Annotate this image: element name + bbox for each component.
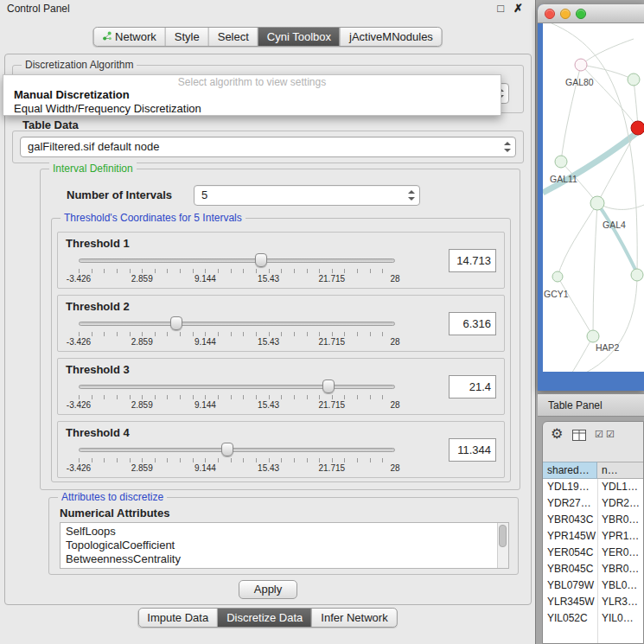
- dropdown-option-equal-width-frequency[interactable]: Equal Width/Frequency Discretization: [3, 102, 501, 116]
- column-divider: [597, 479, 598, 643]
- apply-button[interactable]: Apply: [239, 580, 297, 599]
- slider-track[interactable]: [79, 258, 395, 263]
- float-window-icon[interactable]: □: [497, 2, 504, 15]
- scrollbar-thumb[interactable]: [499, 525, 507, 547]
- threshold-panel-2: Threshold 2 -3.4262.8599.14415.4321.7152…: [57, 295, 505, 352]
- threshold-panel-4: Threshold 4 -3.4262.8599.14415.4321.7152…: [57, 421, 505, 478]
- slider-scale: -3.4262.8599.14415.4321.71528: [79, 463, 395, 474]
- table-row[interactable]: YDR27…YDR2…: [543, 495, 643, 512]
- network-node-label: GAL4: [603, 220, 626, 230]
- slider-thumb[interactable]: [221, 443, 233, 456]
- tab-discretize-data[interactable]: Discretize Data: [218, 609, 312, 627]
- dropdown-option-manual-discretization[interactable]: Manual Discretization: [3, 88, 501, 102]
- tab-style[interactable]: Style: [166, 28, 209, 46]
- network-node[interactable]: [552, 271, 563, 282]
- tab-impute-data[interactable]: Impute Data: [138, 609, 218, 627]
- top-tab-bar: Network Style Select Cyni Toolbox jActiv…: [92, 27, 443, 47]
- threshold-value-field[interactable]: 11.344: [449, 438, 496, 462]
- threshold-slider[interactable]: [79, 253, 395, 267]
- network-node-label: GCY1: [544, 289, 569, 299]
- table-row[interactable]: YDL19…YDL1…: [543, 479, 643, 495]
- tab-jactivemnodules[interactable]: jActiveMNodules: [341, 28, 442, 46]
- network-icon: [102, 30, 112, 43]
- threshold-value-field[interactable]: 6.316: [449, 312, 496, 335]
- number-of-intervals-combobox[interactable]: 5: [194, 185, 420, 206]
- network-node[interactable]: [631, 269, 643, 281]
- slider-scale: -3.4262.8599.14415.4321.71528: [79, 400, 395, 411]
- list-item[interactable]: SelfLoops: [61, 525, 508, 539]
- slider-track[interactable]: [79, 448, 395, 452]
- slider-track[interactable]: [79, 322, 395, 326]
- table-row[interactable]: YBL079WYBL0…: [543, 577, 643, 594]
- mac-close-button[interactable]: [545, 9, 555, 19]
- threshold-slider[interactable]: [79, 443, 395, 456]
- network-edge: [552, 23, 637, 275]
- network-view-window: GAL80 GAL11 GAL4 GCY1 HAP2: [538, 4, 644, 391]
- threshold-panel-1: Threshold 1 -3.4262.8599.14415.4321.7152…: [57, 232, 505, 289]
- threshold-value-field[interactable]: 21.4: [449, 375, 496, 399]
- network-node[interactable]: [587, 330, 599, 342]
- control-panel-window: Control Panel □ ✗ Network Style Select C…: [0, 0, 536, 644]
- table-row[interactable]: YPR145WYPR1…: [543, 528, 643, 545]
- column-header-name[interactable]: n…: [597, 462, 643, 479]
- table-row[interactable]: YBR043CYBR0…: [543, 512, 643, 528]
- threshold-slider[interactable]: [79, 379, 395, 393]
- tab-label: Style: [175, 30, 200, 43]
- slider-thumb[interactable]: [170, 316, 182, 330]
- close-window-icon[interactable]: ✗: [513, 2, 523, 15]
- network-node[interactable]: [628, 73, 640, 86]
- threshold-panel-3: Threshold 3 -3.4262.8599.14415.4321.7152…: [57, 358, 505, 415]
- tab-network[interactable]: Network: [93, 28, 166, 46]
- table-data-label: Table Data: [22, 118, 79, 131]
- network-node[interactable]: [575, 59, 587, 71]
- network-edge: [597, 128, 638, 203]
- network-edge: [558, 203, 597, 277]
- list-item[interactable]: BetweennessCentrality: [61, 552, 508, 566]
- table-row[interactable]: YER054CYER0…: [543, 545, 643, 561]
- network-node-label: GAL11: [550, 174, 577, 184]
- table-body[interactable]: YDL19…YDL1… YDR27…YDR2… YBR043CYBR0… YPR…: [543, 479, 643, 643]
- tab-infer-network[interactable]: Infer Network: [312, 609, 396, 627]
- mac-zoom-button[interactable]: [576, 9, 586, 19]
- threshold-label: Threshold 4: [66, 426, 130, 439]
- table-row[interactable]: YLR345WYLR3…: [543, 594, 643, 610]
- network-edge: [581, 65, 638, 128]
- slider-thumb[interactable]: [255, 253, 267, 267]
- network-node[interactable]: [590, 196, 604, 210]
- slider-thumb[interactable]: [322, 379, 335, 393]
- table-panel-title: Table Panel: [548, 399, 603, 411]
- columns-icon[interactable]: [572, 429, 586, 444]
- interval-definition-group: Interval Definition Number of Intervals …: [40, 169, 520, 490]
- tab-label: jActiveMNodules: [349, 30, 433, 43]
- threshold-label: Threshold 2: [66, 300, 130, 313]
- table-row[interactable]: YIL052CYIL0…: [543, 610, 643, 627]
- attributes-to-discretize-group: Attributes to discretize Numerical Attri…: [48, 497, 519, 575]
- table-data-combobox[interactable]: galFiltered.sif default node: [20, 137, 516, 157]
- column-header-shared-name[interactable]: shared…: [543, 462, 597, 479]
- group-title: Interval Definition: [49, 163, 137, 175]
- slider-ticks: [79, 395, 395, 399]
- network-canvas[interactable]: GAL80 GAL11 GAL4 GCY1 HAP2: [543, 23, 644, 372]
- slider-track[interactable]: [79, 385, 395, 389]
- mac-minimize-button[interactable]: [560, 9, 571, 19]
- tab-cyni-toolbox[interactable]: Cyni Toolbox: [258, 28, 341, 46]
- network-node-selected[interactable]: [631, 121, 644, 135]
- number-of-intervals-label: Number of Intervals: [67, 188, 172, 201]
- tab-select[interactable]: Select: [209, 28, 258, 46]
- network-node-label: GAL80: [565, 77, 594, 87]
- network-node[interactable]: [555, 156, 567, 168]
- gear-icon[interactable]: ⚙: [551, 425, 563, 442]
- numerical-attributes-list[interactable]: SelfLoops TopologicalCoefficient Between…: [60, 522, 509, 569]
- threshold-slider[interactable]: [79, 316, 395, 330]
- group-title: Threshold's Coordinates for 5 Intervals: [61, 212, 245, 224]
- table-panel-header[interactable]: Table Panel: [538, 393, 644, 417]
- select-none-checkbox-icon[interactable]: ☑: [606, 429, 615, 440]
- network-edge: [597, 203, 638, 275]
- list-scrollbar[interactable]: [497, 523, 508, 568]
- group-title: Discretization Algorithm: [22, 59, 137, 71]
- threshold-value-field[interactable]: 14.713: [449, 249, 496, 272]
- list-item[interactable]: TopologicalCoefficient: [61, 539, 508, 552]
- network-graph: GAL80 GAL11 GAL4 GCY1 HAP2: [543, 23, 644, 372]
- select-all-checkbox-icon[interactable]: ☑: [595, 429, 603, 440]
- table-row[interactable]: YBR045CYBR0…: [543, 561, 643, 577]
